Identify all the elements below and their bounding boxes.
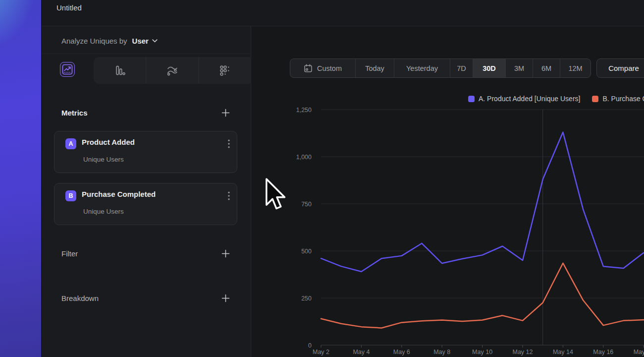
svg-text:500: 500 [301,248,312,255]
analyze-label: Analyze Uniques by [61,37,127,45]
filter-header: Filter [61,246,230,260]
metrics-title: Metrics [61,109,88,117]
legend-label: A. Product Added [Unique Users] [479,95,580,103]
range-label: Custom [317,64,342,72]
range-6m[interactable]: 6M [533,59,560,77]
svg-text:May 14: May 14 [553,349,573,356]
legend-item-b[interactable]: B. Purchase Completed [Unique Users] [592,95,644,103]
line-chart-icon [62,64,73,75]
metric-name: Purchase Completed [82,190,156,198]
svg-text:May 12: May 12 [513,349,533,356]
metrics-header: Metrics [61,106,230,119]
retention-grid-icon [219,64,231,76]
svg-text:250: 250 [301,295,312,302]
date-range-toolbar: Custom Today Yesterday 7D 30D 3M 6M 12M [290,59,591,78]
legend-item-a[interactable]: A. Product Added [Unique Users] [468,95,580,103]
chart-type-tab-group [94,57,251,84]
kebab-icon [228,139,230,148]
svg-text:May 18: May 18 [634,349,644,356]
metric-badge-a: A [65,138,76,149]
analyze-row: Analyze Uniques by User [42,26,251,54]
tab-flows[interactable] [146,57,198,84]
add-breakdown-button[interactable] [221,294,230,302]
metric-card-a[interactable]: A Product Added Unique Users [54,131,237,173]
svg-text:May 2: May 2 [313,349,329,356]
bar-chart-icon [114,64,126,76]
kebab-icon [228,191,230,200]
report-title[interactable]: Untitled [56,3,82,12]
range-3m[interactable]: 3M [505,59,533,77]
tab-retention[interactable] [199,57,251,84]
tab-funnels[interactable] [94,57,146,84]
metric-options-button[interactable] [228,139,230,148]
query-builder-panel: Analyze Uniques by User [42,26,251,357]
app-window: Untitled Analyze Uniques by User [41,0,644,357]
flows-icon [166,64,178,76]
compare-button[interactable]: Compare [596,59,644,78]
tab-insights-line[interactable] [60,62,75,77]
plus-icon [221,294,230,302]
screen: { "window": { "title": "Untitled" }, "si… [0,0,644,357]
metric-card-b[interactable]: B Purchase Completed Unique Users [54,183,237,225]
chart-panel: Custom Today Yesterday 7D 30D 3M 6M 12M … [252,26,644,357]
svg-text:May 6: May 6 [393,349,410,356]
metric-badge-b: B [65,190,76,201]
range-yesterday[interactable]: Yesterday [394,59,450,77]
breakdown-title: Breakdown [61,294,99,302]
plus-icon [221,109,230,117]
breakdown-header: Breakdown [61,291,230,305]
chart-type-tabs [42,57,251,84]
legend-label: B. Purchase Completed [Unique Users] [602,95,644,103]
range-12m[interactable]: 12M [560,59,590,77]
legend-swatch-a [468,96,475,102]
svg-text:May 4: May 4 [353,349,370,356]
svg-text:1,000: 1,000 [296,154,312,161]
metric-name: Product Added [82,138,135,146]
chevron-down-icon [152,39,158,43]
filter-title: Filter [61,249,78,258]
svg-text:0: 0 [308,342,312,349]
add-filter-button[interactable] [221,249,230,258]
svg-text:May 10: May 10 [472,349,492,356]
svg-text:1,250: 1,250 [296,107,312,114]
top-bar: Untitled [42,0,644,26]
calendar-icon [304,64,313,73]
uniques-by-dropdown[interactable]: User [132,37,158,45]
range-30d[interactable]: 30D [473,59,505,77]
range-7d[interactable]: 7D [450,59,473,77]
insights-line-chart[interactable]: 02505007501,0001,250May 2May 4May 6May 8… [290,104,644,357]
svg-text:750: 750 [301,201,312,208]
uniques-by-value: User [132,37,149,45]
legend-swatch-b [592,96,598,102]
plus-icon [221,249,230,258]
chart-legend: A. Product Added [Unique Users] B. Purch… [468,95,644,103]
range-custom[interactable]: Custom [290,59,355,77]
metric-subtitle: Unique Users [83,156,124,163]
metric-subtitle: Unique Users [83,208,124,215]
svg-text:May 16: May 16 [593,349,613,356]
metric-options-button[interactable] [228,191,230,200]
range-today[interactable]: Today [355,59,394,77]
add-metric-button[interactable] [221,109,230,117]
background-gradient [0,0,41,357]
svg-text:May 8: May 8 [433,349,450,356]
